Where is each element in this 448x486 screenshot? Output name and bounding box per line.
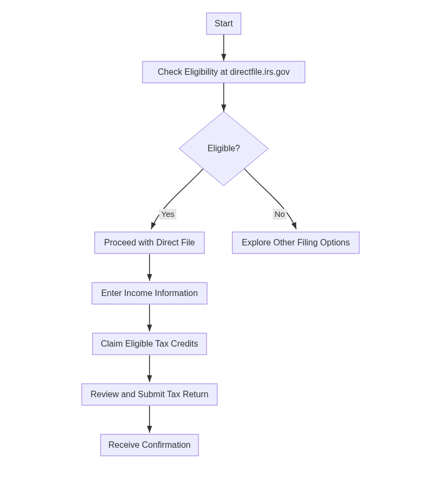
node-other-label: Explore Other Filing Options xyxy=(242,238,350,247)
edge-eligible-other xyxy=(243,167,296,229)
node-eligible: Eligible? xyxy=(179,111,268,186)
edge-label-yes: Yes xyxy=(161,209,174,219)
node-other: Explore Other Filing Options xyxy=(232,232,359,253)
node-eligible-label: Eligible? xyxy=(208,144,240,153)
node-review-label: Review and Submit Tax Return xyxy=(90,390,208,399)
node-review: Review and Submit Tax Return xyxy=(82,384,217,405)
flowchart-diagram: Yes No Start Check Eligibility at direct… xyxy=(0,0,448,486)
node-confirm: Receive Confirmation xyxy=(101,434,198,456)
node-credits: Claim Eligible Tax Credits xyxy=(93,333,207,355)
node-confirm-label: Receive Confirmation xyxy=(109,440,191,449)
node-check-label: Check Eligibility at directfile.irs.gov xyxy=(158,67,289,76)
node-credits-label: Claim Eligible Tax Credits xyxy=(101,339,198,348)
node-check: Check Eligibility at directfile.irs.gov xyxy=(143,61,305,83)
edge-label-no: No xyxy=(274,209,285,219)
nodes-group: Start Check Eligibility at directfile.ir… xyxy=(82,13,359,456)
node-income: Enter Income Information xyxy=(92,283,207,304)
node-start: Start xyxy=(207,13,241,34)
node-proceed: Proceed with Direct File xyxy=(95,232,204,253)
node-start-label: Start xyxy=(215,19,233,28)
node-income-label: Enter Income Information xyxy=(101,288,198,298)
node-proceed-label: Proceed with Direct File xyxy=(104,238,195,247)
edge-eligible-proceed xyxy=(151,167,205,229)
